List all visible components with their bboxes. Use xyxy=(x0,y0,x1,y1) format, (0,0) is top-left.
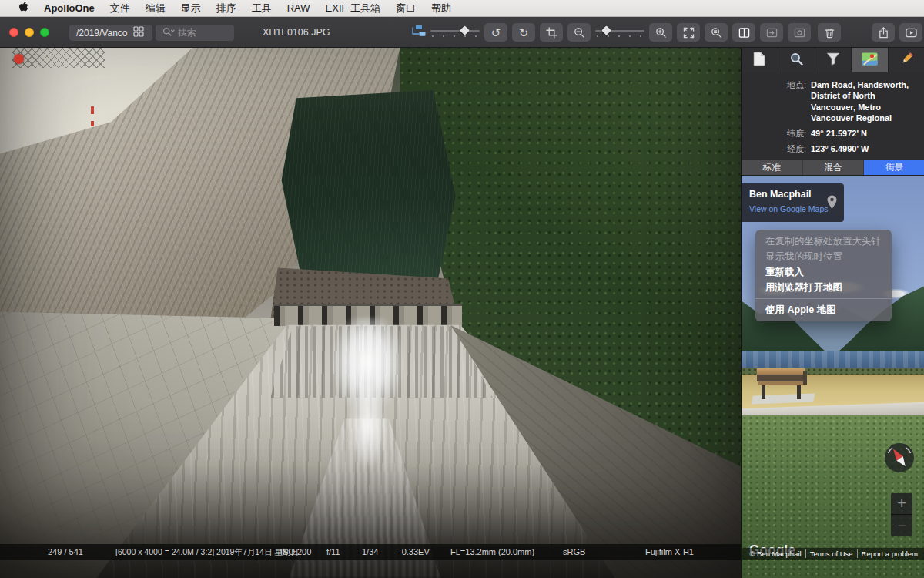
search-placeholder: 搜索 xyxy=(178,26,196,39)
trash-icon xyxy=(824,27,835,39)
iso-value: ISO 200 xyxy=(280,547,311,556)
zoom-in-icon xyxy=(655,27,667,39)
search-input[interactable]: 搜索 xyxy=(156,25,234,41)
menu-app-name[interactable]: ApolloOne xyxy=(36,0,102,17)
map-icon xyxy=(862,52,878,69)
menu-file[interactable]: 文件 xyxy=(102,0,138,17)
crop-button[interactable] xyxy=(540,23,563,42)
bench-pad xyxy=(751,394,815,405)
place-label: 地点: xyxy=(746,79,806,123)
move-to-window-button xyxy=(760,23,783,42)
exif-status-bar: 249 / 541 [6000 x 4000 = 24.0M / 3:2] 20… xyxy=(0,544,741,560)
zoom-level-slider[interactable] xyxy=(595,23,644,42)
ctx-separator xyxy=(755,298,892,299)
tab-map[interactable] xyxy=(852,48,889,72)
attribution-copyright[interactable]: © Ben Macphail xyxy=(745,549,805,558)
streetview-author-card: Ben Macphail View on Google Maps xyxy=(742,183,844,222)
photo-survey-pole xyxy=(91,106,94,126)
streetview-author: Ben Macphail xyxy=(749,189,836,200)
search-icon xyxy=(162,27,175,39)
ctx-reload[interactable]: 重新载入 xyxy=(755,264,892,280)
slider-thumb[interactable] xyxy=(460,25,470,35)
zoom-out-button[interactable] xyxy=(567,23,591,42)
map-mode-streetview[interactable]: 街景 xyxy=(864,160,924,175)
window-toolbar: /2019/Vancouver 搜索 XH1F0106.JPG xyxy=(0,17,924,48)
rotate-left-button[interactable]: ↺ xyxy=(484,23,507,42)
zoom-in-map-button[interactable]: + xyxy=(891,493,912,515)
info-row-place: 地点: Dam Road, Handsworth, District of No… xyxy=(746,79,919,123)
tab-filter[interactable] xyxy=(815,48,852,72)
map-context-menu: 在复制的坐标处放置大头针 显示我的现时位置 重新载入 用浏览器打开地图 使用 A… xyxy=(755,230,892,321)
apple-icon xyxy=(18,2,28,15)
fit-screen-icon xyxy=(683,27,695,39)
rotate-right-button[interactable]: ↻ xyxy=(512,23,535,42)
slider-track xyxy=(430,30,480,32)
ctx-open-in-browser[interactable]: 用浏览器打开地图 xyxy=(755,280,892,295)
bench-backrest-lower xyxy=(757,375,805,381)
view-on-google-maps-link[interactable]: View on Google Maps xyxy=(749,204,836,213)
file-dimensions-date: [6000 x 4000 = 24.0M / 3:2] 2019年7月14日 星… xyxy=(116,547,299,558)
window-controls xyxy=(9,28,49,37)
menu-help[interactable]: 帮助 xyxy=(424,0,459,17)
focal-length-value: FL=13.2mm (20.0mm) xyxy=(450,547,534,556)
streetview-attribution: © Ben Macphail Terms of Use Report a pro… xyxy=(742,548,924,560)
bench-leg xyxy=(797,385,801,399)
latitude-value: 49° 21.5972' N xyxy=(811,128,867,139)
aperture-value: f/11 xyxy=(326,547,340,556)
document-icon xyxy=(753,52,765,69)
menu-edit[interactable]: 编辑 xyxy=(138,0,173,17)
slideshow-play-icon xyxy=(906,27,917,39)
terms-of-use-link[interactable]: Terms of Use xyxy=(805,549,857,558)
current-filename: XH1F0106.JPG xyxy=(263,17,330,48)
zoom-window-button[interactable] xyxy=(40,28,49,37)
browser-grid-button[interactable] xyxy=(128,25,149,41)
exposure-comp-value: -0.33EV xyxy=(399,547,430,556)
menu-view[interactable]: 显示 xyxy=(173,0,209,17)
minimize-button[interactable] xyxy=(25,28,34,37)
zoom-out-map-button[interactable]: − xyxy=(891,515,912,536)
tab-edit[interactable] xyxy=(889,48,924,72)
menu-exif-toolbox[interactable]: EXIF 工具箱 xyxy=(318,0,389,17)
trash-button[interactable] xyxy=(818,23,841,42)
actual-size-button[interactable] xyxy=(705,23,728,42)
slideshow-button[interactable] xyxy=(899,23,922,42)
actual-size-icon xyxy=(711,27,722,39)
ctx-show-my-location: 显示我的现时位置 xyxy=(755,249,892,264)
slider-thumb[interactable] xyxy=(601,25,611,35)
magnifier-icon xyxy=(790,52,803,69)
tab-magnifier[interactable] xyxy=(778,48,815,72)
thumbnail-size-slider[interactable] xyxy=(430,23,480,42)
zoom-out-icon xyxy=(574,27,585,39)
menu-bar: ApolloOne 文件 编辑 显示 排序 工具 RAW EXIF 工具箱 窗口… xyxy=(0,0,924,17)
inspector-tab-bar xyxy=(742,48,924,72)
bench-armrest xyxy=(803,371,807,385)
rotate-left-icon: ↺ xyxy=(491,27,501,39)
compass-control[interactable] xyxy=(884,442,915,473)
rotate-right-icon: ↻ xyxy=(519,27,529,39)
filter-funnel-icon xyxy=(826,52,840,69)
menu-sort[interactable]: 排序 xyxy=(209,0,244,17)
color-space-value: sRGB xyxy=(563,547,585,556)
slider-ticks xyxy=(432,35,478,37)
apple-menu[interactable] xyxy=(11,2,36,15)
close-button[interactable] xyxy=(9,28,18,37)
fit-to-screen-button[interactable] xyxy=(677,23,700,42)
share-button[interactable] xyxy=(872,23,895,42)
ctx-use-apple-maps[interactable]: 使用 Apple 地图 xyxy=(755,302,892,318)
inspector-sidebar: 地点: Dam Road, Handsworth, District of No… xyxy=(741,48,924,578)
map-mode-standard[interactable]: 标准 xyxy=(742,160,803,175)
main-photo-viewer[interactable]: 249 / 541 [6000 x 4000 = 24.0M / 3:2] 20… xyxy=(0,48,741,578)
photo-position-counter: 249 / 541 xyxy=(48,547,83,556)
toolbar-center-group: ↺ ↻ xyxy=(410,23,811,42)
zoom-in-button[interactable] xyxy=(649,23,672,42)
dual-pane-button[interactable] xyxy=(732,23,755,42)
map-mode-hybrid[interactable]: 混合 xyxy=(803,160,865,175)
bench-leg xyxy=(762,385,765,399)
folder-tree-icon[interactable] xyxy=(410,25,426,40)
menu-tools[interactable]: 工具 xyxy=(244,0,280,17)
report-a-problem-link[interactable]: Report a problem xyxy=(857,549,922,558)
menu-raw[interactable]: RAW xyxy=(280,0,318,17)
menu-window[interactable]: 窗口 xyxy=(388,0,424,17)
tab-file-info[interactable] xyxy=(742,48,778,72)
street-view-panel[interactable]: Ben Macphail View on Google Maps 在复制的坐标处… xyxy=(742,176,924,578)
